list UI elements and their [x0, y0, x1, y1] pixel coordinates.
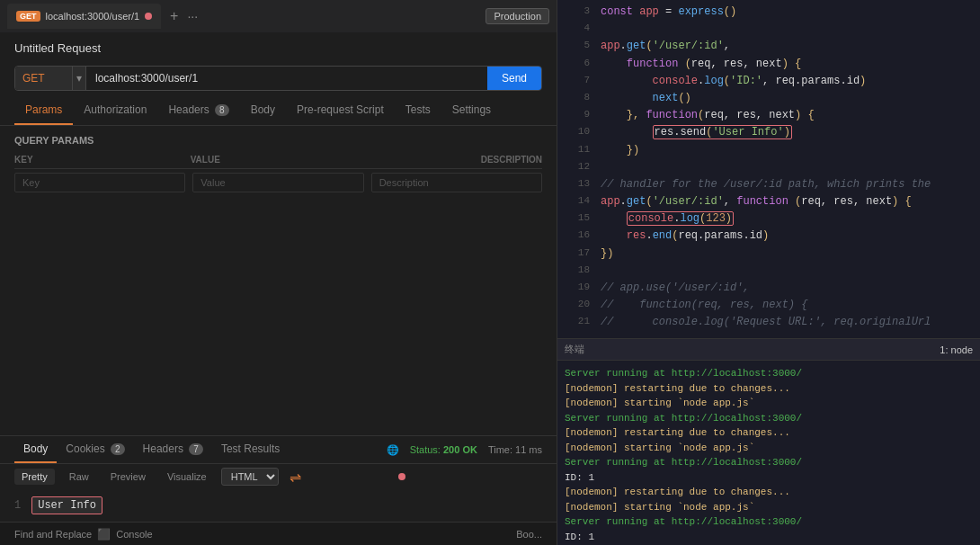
- response-tabs-nav: Body Cookies 2 Headers 7 Test Results 🌐 …: [0, 435, 557, 464]
- code-line-15: 15 console.log(123): [557, 210, 980, 228]
- tab-body[interactable]: Body: [240, 96, 286, 125]
- col-desc-label: DESCRIPTION: [366, 155, 542, 165]
- method-badge: GET: [16, 11, 40, 22]
- response-line-1: 1 User Info: [14, 496, 542, 514]
- query-params-title: Query Params: [0, 126, 557, 151]
- code-line-3: 3 const app = express(): [557, 4, 980, 21]
- terminal-body[interactable]: Server running at http://localhost:3000/…: [557, 361, 980, 545]
- code-line-8: 8 next(): [557, 90, 980, 107]
- code-line-14: 14 app.get('/user/:id', function (req, r…: [557, 193, 980, 210]
- find-replace-label[interactable]: Find and Replace: [14, 529, 92, 540]
- footer-right: Boo...: [516, 529, 542, 540]
- terminal-tab-label[interactable]: 1: node: [940, 344, 973, 355]
- unsaved-dot: [145, 13, 152, 20]
- tab-pre-request[interactable]: Pre-request Script: [286, 96, 395, 125]
- code-line-21: 21 // console.log('Request URL:', req.or…: [557, 314, 980, 331]
- code-line-12: 12: [557, 159, 980, 176]
- tab-test-results[interactable]: Test Results: [212, 436, 289, 463]
- terminal: 终端 1: node Server running at http://loca…: [557, 338, 980, 545]
- code-line-11: 11 }): [557, 142, 980, 159]
- tab-url: localhost:3000/user/1: [46, 11, 140, 22]
- terminal-line-4: Server running at http://localhost:3000/: [565, 411, 973, 426]
- response-text: User Info: [31, 496, 102, 514]
- response-content: 1 User Info: [0, 489, 557, 522]
- code-line-9: 9 }, function(req, res, next) {: [557, 107, 980, 124]
- terminal-line-1: Server running at http://localhost:3000/: [565, 366, 973, 381]
- code-line-5: 5 app.get('/user/:id',: [557, 38, 980, 55]
- response-indicator: [398, 473, 405, 480]
- console-label[interactable]: Console: [116, 529, 152, 540]
- tab-bar: GET localhost:3000/user/1 + ··· Producti…: [0, 0, 557, 32]
- left-panel: GET localhost:3000/user/1 + ··· Producti…: [0, 0, 557, 545]
- request-tabs-nav: Params Authorization Headers 8 Body Pre-…: [0, 96, 557, 126]
- globe-icon: 🌐: [387, 444, 399, 456]
- line-number: 1: [14, 499, 21, 512]
- terminal-line-2: [nodemon] restarting due to changes...: [565, 381, 973, 397]
- format-tabs: Pretty Raw Preview Visualize HTML JSON X…: [0, 464, 557, 489]
- fmt-raw[interactable]: Raw: [62, 469, 96, 485]
- send-button[interactable]: Send: [487, 67, 541, 90]
- terminal-header: 终端 1: node: [557, 339, 980, 361]
- terminal-line-3: [nodemon] starting `node app.js`: [565, 396, 973, 411]
- params-table: KEY VALUE DESCRIPTION: [14, 151, 542, 196]
- right-panel: 3 const app = express() 4 5 app.get('/us…: [557, 0, 980, 545]
- url-bar: GET POST PUT DELETE ▾ Send: [14, 66, 542, 91]
- method-dropdown-arrow[interactable]: ▾: [73, 67, 86, 90]
- params-row: [14, 169, 542, 196]
- code-line-6: 6 function (req, res, next) {: [557, 56, 980, 73]
- tab-params[interactable]: Params: [14, 96, 73, 125]
- environment-selector[interactable]: Production: [486, 8, 549, 24]
- status-info: 🌐 Status: 200 OK Time: 11 ms: [387, 444, 542, 456]
- fmt-visualize[interactable]: Visualize: [160, 469, 214, 485]
- terminal-line-10: [nodemon] starting `node app.js`: [565, 500, 973, 515]
- tab-cookies[interactable]: Cookies 2: [57, 436, 133, 463]
- code-line-16: 16 res.end(req.params.id): [557, 228, 980, 245]
- tab-tests[interactable]: Tests: [395, 96, 441, 125]
- tab-settings[interactable]: Settings: [441, 96, 502, 125]
- key-input[interactable]: [14, 173, 185, 192]
- col-key-label: KEY: [14, 155, 191, 165]
- value-input[interactable]: [192, 173, 363, 192]
- col-value-label: VALUE: [191, 155, 367, 165]
- format-select[interactable]: HTML JSON XML: [221, 468, 279, 486]
- code-line-20: 20 // function(req, res, next) {: [557, 297, 980, 314]
- tab-body-response[interactable]: Body: [14, 436, 57, 463]
- code-line-19: 19 // app.use('/user/:id',: [557, 280, 980, 297]
- terminal-line-5: [nodemon] restarting due to changes...: [565, 425, 973, 441]
- terminal-line-7: Server running at http://localhost:3000/: [565, 455, 973, 470]
- desc-input[interactable]: [371, 173, 542, 192]
- terminal-icon: ⬛: [97, 528, 111, 541]
- format-icon[interactable]: ⇌: [290, 469, 301, 486]
- more-tabs-button[interactable]: ···: [187, 9, 198, 23]
- method-select[interactable]: GET POST PUT DELETE: [15, 67, 73, 90]
- code-line-10: 10 res.send('User Info'): [557, 124, 980, 141]
- terminal-line-8: ID: 1: [565, 470, 973, 486]
- code-line-7: 7 console.log('ID:', req.params.id): [557, 73, 980, 90]
- new-tab-button[interactable]: +: [165, 8, 183, 24]
- url-input[interactable]: [86, 67, 487, 90]
- code-line-4: 4: [557, 21, 980, 38]
- code-line-18: 18: [557, 263, 980, 280]
- tab-authorization[interactable]: Authorization: [73, 96, 157, 125]
- fmt-pretty[interactable]: Pretty: [14, 469, 55, 485]
- request-tab[interactable]: GET localhost:3000/user/1: [7, 4, 161, 29]
- terminal-line-9: [nodemon] restarting due to changes...: [565, 485, 973, 500]
- params-header: KEY VALUE DESCRIPTION: [14, 151, 542, 169]
- footer: Find and Replace ⬛ Console Boo...: [0, 522, 557, 545]
- terminal-line-6: [nodemon] starting `node app.js`: [565, 441, 973, 456]
- code-line-13: 13 // handler for the /user/:id path, wh…: [557, 176, 980, 193]
- status-value: Status: 200 OK: [410, 444, 477, 456]
- fmt-preview[interactable]: Preview: [103, 469, 153, 485]
- terminal-line-12: ID: 1: [565, 530, 973, 545]
- time-value: Time: 11 ms: [488, 444, 542, 456]
- tab-headers-response[interactable]: Headers 7: [134, 436, 212, 463]
- code-line-17: 17 }): [557, 246, 980, 263]
- terminal-title-label: 终端: [565, 343, 584, 356]
- terminal-line-11: Server running at http://localhost:3000/: [565, 514, 973, 530]
- code-editor[interactable]: 3 const app = express() 4 5 app.get('/us…: [557, 0, 980, 338]
- request-title: Untitled Request: [0, 32, 557, 60]
- tab-headers[interactable]: Headers 8: [157, 96, 239, 125]
